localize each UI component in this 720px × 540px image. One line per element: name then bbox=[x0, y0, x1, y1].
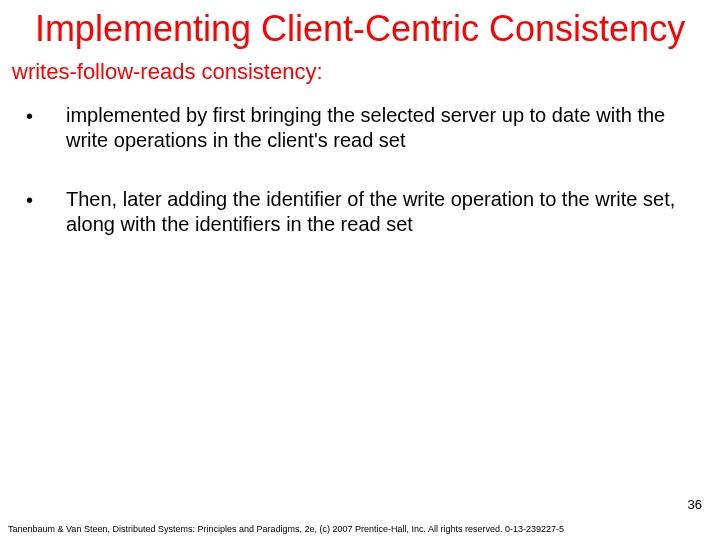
slide-subtitle: writes-follow-reads consistency: bbox=[0, 55, 720, 85]
list-item: • implemented by first bringing the sele… bbox=[20, 103, 700, 153]
bullet-text: Then, later adding the identifier of the… bbox=[66, 187, 700, 237]
slide-title: Implementing Client-Centric Consistency bbox=[0, 0, 720, 55]
list-item: • Then, later adding the identifier of t… bbox=[20, 187, 700, 237]
footer-citation: Tanenbaum & Van Steen, Distributed Syste… bbox=[8, 524, 564, 534]
bullet-text: implemented by first bringing the select… bbox=[66, 103, 700, 153]
bullet-marker: • bbox=[20, 187, 66, 213]
bullet-marker: • bbox=[20, 103, 66, 129]
bullet-list: • implemented by first bringing the sele… bbox=[0, 85, 720, 237]
slide: Implementing Client-Centric Consistency … bbox=[0, 0, 720, 540]
page-number: 36 bbox=[688, 497, 702, 512]
